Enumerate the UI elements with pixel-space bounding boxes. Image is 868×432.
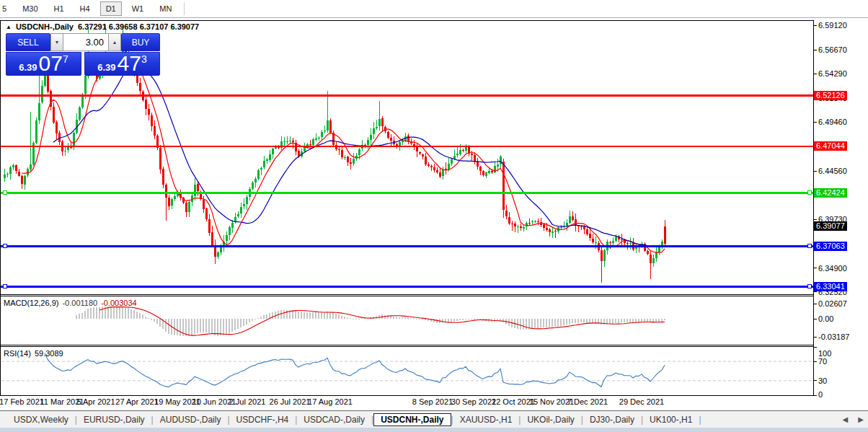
chart-header: ▲ USDCNH-,Daily 6.37291 6.39658 6.37107 … [6,22,199,31]
price-axis[interactable]: 6.591206.566706.542906.518406.494606.445… [817,0,868,432]
timeframe-button-h4[interactable]: H4 [74,1,96,16]
tab-separator: | [699,415,701,425]
sell-price-pip: 7 [63,55,68,63]
price-axis-tick: 6.59120 [818,21,847,30]
current-price-badge: 6.39077 [814,221,847,231]
macd-axis-tick: 0.02607 [818,299,847,308]
macd-axis-tick: 0.00 [818,314,833,323]
price-level-badge: 6.37063 [814,242,847,251]
volume-decrease-button[interactable]: ▼ [50,33,63,51]
sell-price-prefix: 6.39 [19,62,37,73]
buy-price-prefix: 6.39 [97,62,115,73]
date-axis-label: 26 Jul 2021 [270,397,311,406]
chart-tab-xauusd-h1[interactable]: XAUUSD-,H1 [453,413,519,426]
chart-tab-usdcad-daily[interactable]: USDCAD-,Daily [297,413,371,426]
chart-tab-eurusd-daily[interactable]: EURUSD-,Daily [77,413,151,426]
chart-tab-dj30-daily[interactable]: DJ30-,Daily [583,413,641,426]
sell-button[interactable]: SELL [6,33,50,51]
price-level-badge: 6.52126 [814,91,847,100]
tab-scroll-left-icon[interactable]: ◀ [843,415,849,423]
symbol-tab-bar: USDX,Weekly|EURUSD-,Daily|AUDUSD-,Daily|… [0,410,868,428]
date-axis-label: 17 Aug 2021 [308,397,353,406]
price-axis-tick: 6.34900 [818,264,847,273]
price-level-badge: 6.47044 [814,141,847,151]
price-axis-tick: 6.54290 [818,69,847,78]
sell-price-big: 07 [39,54,63,73]
date-axis[interactable]: 17 Feb 202111 Mar 20215 Apr 202127 Apr 2… [0,397,813,408]
chart-tab-uk100-h1[interactable]: UK100-,H1 [643,413,699,426]
chart-ohlc-values: 6.37291 6.39658 6.37107 6.39077 [78,22,199,31]
status-strip [0,428,868,432]
date-axis-label: 8 Sep 2021 [412,397,453,406]
rsi-axis-tick: 30 [818,376,827,385]
timeframe-button-5[interactable]: 5 [1,1,12,16]
chart-tab-ukoil-daily[interactable]: UKOil-,Daily [521,413,580,426]
date-axis-label: 2 Jul 2021 [229,397,266,406]
tab-scrollbar: ◀ ▶ [843,415,864,423]
tab-scroll-right-icon[interactable]: ▶ [858,415,864,423]
chart-tab-usdcnh-daily[interactable]: USDCNH-,Daily [373,413,451,426]
rsi-value: 59.3089 [35,349,63,358]
buy-button[interactable]: BUY [121,33,160,51]
timeframe-button-m30[interactable]: M30 [17,1,43,16]
rsi-label: RSI(14)59.3089 [4,349,63,358]
macd-signal-value: -0.003034 [101,299,137,307]
chart-tab-usdx-weekly[interactable]: USDX,Weekly [7,413,75,426]
date-axis-label: 30 Sep 2021 [451,397,496,406]
rsi-axis-tick: 70 [818,357,827,366]
price-level-badge: 6.33041 [814,282,847,291]
chart-symbol-title: USDCNH-,Daily [16,22,74,31]
rsi-axis-tick: 0 [818,390,823,399]
volume-increase-button[interactable]: ▲ [108,33,121,51]
macd-axis-tick: -0.03187 [818,332,849,341]
volume-input[interactable] [63,33,108,51]
collapse-panel-arrow[interactable]: ▲ [6,24,12,30]
timeframe-button-w1[interactable]: W1 [126,1,150,16]
toolbar-separator [184,2,185,15]
buy-price-pip: 3 [141,55,147,63]
one-click-trade-panel: SELL ▼ ▲ BUY 6.39 07 7 6.39 47 3 [6,33,160,76]
price-axis-tick: 6.44560 [818,167,847,175]
timeframe-button-mn[interactable]: MN [154,1,177,16]
chart-tab-audusd-daily[interactable]: AUDUSD-,Daily [154,413,228,426]
macd-main-value: -0.001180 [62,299,97,307]
date-axis-label: 7 Dec 2021 [567,397,608,406]
timeframe-toolbar: 5M30H1H4D1W1MN [0,0,868,18]
date-axis-label: 29 Dec 2021 [619,397,664,406]
sell-price-display[interactable]: 6.39 07 7 [6,52,81,76]
price-axis-tick: 6.56670 [818,45,847,54]
price-axis-tick: 6.49460 [818,118,847,126]
buy-price-display[interactable]: 6.39 47 3 [84,52,160,76]
buy-price-big: 47 [118,54,141,73]
date-axis-label: 27 Apr 2021 [115,397,158,406]
price-level-badge: 6.42424 [814,188,847,198]
timeframe-button-d1[interactable]: D1 [100,1,122,16]
timeframe-button-h1[interactable]: H1 [48,1,70,16]
macd-label: MACD(12,26,9)-0.001180-0.003034 [4,299,137,307]
date-axis-label: 17 Feb 2021 [0,397,44,406]
chart-tab-usdchf-h4[interactable]: USDCHF-,H4 [230,413,296,426]
date-axis-label: 5 Apr 2021 [76,397,115,406]
